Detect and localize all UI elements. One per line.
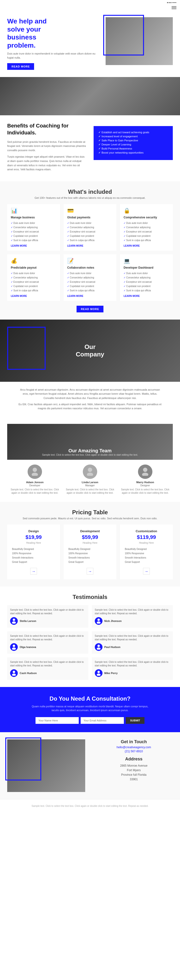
team-member-0-name: Adam Jonson — [10, 481, 60, 484]
pricing-plan-0-arrow[interactable]: → — [30, 568, 37, 574]
svg-point-9 — [97, 621, 101, 624]
contact-building-photo — [7, 739, 85, 792]
testimonial-2-name: Olga Ivanova — [20, 646, 36, 649]
testimonial-1-name: Nick Jhonson — [104, 619, 122, 622]
consultation-title: Do You Need A Consultation? — [7, 695, 173, 702]
security-icon: 🔒 — [124, 208, 169, 214]
features-grid: 📊 Manage business Duis aute irure dolor … — [7, 204, 173, 301]
benefits-right: Establish and act toward achieving goals… — [93, 123, 173, 174]
feature-title-0: Manage business — [11, 216, 56, 219]
team-member-1: Linda Larson Manager Sample text. Click … — [65, 465, 115, 495]
team-title-overlay: Our Amazing Team Sample text. Click to s… — [7, 448, 173, 456]
testimonial-5-footer: Mike Perry — [95, 669, 170, 677]
pricing-plan-2-price: $119,99 — [125, 534, 168, 540]
consultation-submit-button[interactable]: SUBMIT — [126, 717, 145, 724]
feature-list-3: Duis aute irure dolor Consectetur adipis… — [11, 271, 56, 293]
team-member-0: Adam Jonson Developer Sample text. Click… — [10, 465, 60, 495]
benefits-title: Benefits of Coaching for Individuals. — [7, 123, 87, 136]
whats-included-read-more-button[interactable]: READ MORE — [77, 306, 103, 312]
benefits-para1: Sed pulvinar proin gravida hendrerit lec… — [7, 140, 87, 153]
team-section: Our Amazing Team Sample text. Click to s… — [0, 417, 180, 502]
hero-description: Duis aute irure dolor in reprehenderit i… — [7, 52, 101, 60]
consultation-name-input[interactable] — [35, 717, 79, 724]
learn-more-2[interactable]: LEARN MORE — [124, 245, 169, 247]
pricing-plan-1-arrow[interactable]: → — [87, 568, 93, 574]
testimonials-grid: Sample text. Click to select the text bo… — [7, 605, 173, 680]
hero-section: We help and solve your business problem.… — [0, 10, 180, 77]
testimonial-4-text: Sample text. Click to select the text bo… — [10, 660, 85, 667]
testimonials-section: Testimonials Sample text. Click to selec… — [0, 587, 180, 687]
team-member-2-desc: Sample text. Click to select the text bo… — [120, 488, 170, 495]
svg-point-1 — [32, 473, 38, 476]
team-background-photo: Our Amazing Team Sample text. Click to s… — [7, 424, 173, 460]
svg-point-2 — [88, 468, 92, 472]
hero-text-block: We help and solve your business problem.… — [7, 17, 106, 70]
testimonial-4: Sample text. Click to select the text bo… — [7, 657, 88, 680]
hamburger-lines[interactable] — [172, 6, 177, 9]
svg-point-16 — [98, 671, 100, 673]
testimonial-0-footer: Stella Larson — [10, 617, 85, 625]
svg-point-17 — [97, 674, 101, 676]
testimonial-2-avatar — [10, 643, 18, 651]
testimonial-5-name: Mike Perry — [104, 672, 118, 675]
pricing-plan-2-arrow[interactable]: → — [143, 568, 150, 574]
feature-list-4: Duis aute irure dolor Consectetur adipis… — [67, 271, 113, 293]
team-member-2-avatar — [138, 465, 153, 479]
consultation-description: Quam nulla porttitor massa at neque aliq… — [30, 705, 150, 712]
svg-point-8 — [98, 619, 100, 621]
benefit-item-4: Deeper Level of Learning — [98, 143, 168, 146]
testimonial-5-avatar — [95, 669, 103, 677]
company-desc-para2: Eu Elit. Cras facilisis aliquam orci, a … — [18, 402, 162, 411]
feature-list-1: Duis aute irure dolor Consectetur adipis… — [67, 221, 113, 243]
benefit-item-5: Build Personal Awareness — [98, 147, 168, 150]
testimonial-4-avatar — [10, 669, 18, 677]
read-more-center: READ MORE — [7, 306, 173, 312]
svg-point-14 — [13, 671, 15, 673]
svg-point-10 — [13, 644, 15, 647]
learn-more-5[interactable]: LEARN MORE — [124, 295, 169, 298]
feature-list-2: Duis aute irure dolor Consectetur adipis… — [124, 221, 169, 243]
testimonial-2-text: Sample text. Click to select the text bo… — [10, 634, 85, 641]
pricing-plan-2-features: Beautifully Designed 100% Responsive Smo… — [125, 547, 168, 564]
pricing-plan-2-heading: Heading Here — [125, 541, 168, 544]
team-member-2-name: Marry Hudson — [120, 481, 170, 484]
learn-more-4[interactable]: LEARN MORE — [67, 295, 113, 298]
consultation-email-input[interactable] — [80, 717, 124, 724]
footer: Sample text. Click to select the text bo… — [0, 799, 180, 813]
team-members-list: Adam Jonson Developer Sample text. Click… — [7, 465, 173, 495]
hamburger-icon[interactable] — [167, 2, 177, 3]
learn-more-0[interactable]: LEARN MORE — [11, 245, 56, 247]
testimonial-0-avatar — [10, 617, 18, 625]
testimonial-0-text: Sample text. Click to select the text bo… — [10, 608, 85, 615]
testimonial-1-avatar — [95, 617, 103, 625]
footer-text: Sample text. Click to select the text bo… — [7, 804, 173, 808]
svg-point-0 — [33, 468, 37, 472]
our-company-title: Our Company — [76, 343, 104, 358]
team-member-1-name: Linda Larson — [65, 481, 115, 484]
pricing-plan-1-name: Development — [68, 529, 112, 533]
address-title: Address — [95, 757, 173, 762]
svg-point-11 — [12, 648, 16, 650]
testimonial-3-footer: Paul Hudson — [95, 643, 170, 651]
pricing-plan-1-heading: Heading Here — [68, 541, 112, 544]
benefits-section: Benefits of Coaching for Individuals. Se… — [0, 115, 180, 181]
team-member-1-role: Manager — [65, 484, 115, 487]
pricing-subtitle: Sed commodo posuere pede. Mauris ut est.… — [7, 517, 173, 520]
hero-image — [106, 17, 173, 65]
svg-point-6 — [13, 619, 15, 621]
feature-card-0: 📊 Manage business Duis aute irure dolor … — [7, 204, 60, 251]
benefit-item-3: Safe Place to Gain Perspective — [98, 139, 168, 142]
learn-more-3[interactable]: LEARN MORE — [11, 295, 56, 298]
pricing-plan-0-features: Beautifully Designed 100% Responsive Smo… — [12, 547, 55, 564]
team-member-0-role: Developer — [10, 484, 60, 487]
benefit-item-2: Increased level of engagement — [98, 135, 168, 138]
learn-more-1[interactable]: LEARN MORE — [67, 245, 113, 247]
benefit-item-6: Boost your networking opportunities — [98, 151, 168, 154]
testimonial-3-name: Paul Hudson — [104, 646, 121, 649]
feature-list-5: Duis aute irure dolor Consectetur adipis… — [124, 271, 169, 293]
team-title: Our Amazing Team — [7, 448, 173, 453]
pricing-card-0: Design $19,99 Heading Here Beautifully D… — [7, 525, 60, 579]
hero-read-more-button[interactable]: READ MORE — [7, 63, 34, 70]
team-member-2: Marry Hudson Designer Sample text. Click… — [120, 465, 170, 495]
pricing-plan-0-heading: Heading Here — [12, 541, 55, 544]
